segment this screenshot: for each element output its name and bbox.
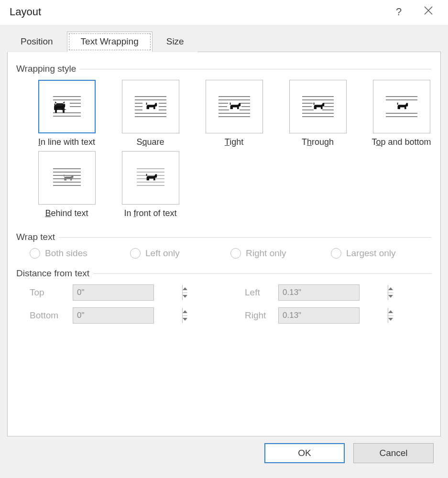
radio-left-only: Left only <box>130 248 230 259</box>
group-label: Distance from text <box>16 268 93 279</box>
top-bottom-icon <box>383 92 420 121</box>
svg-marker-66 <box>183 318 187 321</box>
radio-icon <box>331 248 341 259</box>
dialog-title: Layout <box>10 6 389 18</box>
style-option-inline[interactable]: In line with text <box>25 80 109 147</box>
group-label: Wrap text <box>16 232 59 242</box>
tab-text-wrapping[interactable]: Text Wrapping <box>67 32 153 52</box>
tab-panel: Wrapping style <box>7 52 441 436</box>
distance-grid: Top Left Bottom <box>30 284 432 324</box>
tab-size[interactable]: Size <box>153 32 198 52</box>
spinner-down <box>183 316 187 324</box>
svg-rect-30 <box>229 103 230 105</box>
style-option-through[interactable]: Through <box>276 80 360 147</box>
style-label: Through <box>276 137 360 147</box>
svg-marker-61 <box>183 287 187 290</box>
radio-icon <box>30 248 40 259</box>
style-swatch <box>206 80 263 133</box>
svg-rect-41 <box>313 103 314 105</box>
spinner-top-input <box>73 285 182 300</box>
group-label: Wrapping style <box>16 64 80 74</box>
group-wrapping-style: Wrapping style <box>16 64 432 74</box>
svg-marker-63 <box>388 287 393 290</box>
style-swatch <box>289 80 347 133</box>
svg-marker-67 <box>388 310 393 313</box>
layout-dialog: Layout ? Position Text Wrapping Size Wra… <box>0 0 448 478</box>
spinner-up <box>388 285 393 293</box>
svg-rect-19 <box>146 103 147 105</box>
through-icon <box>299 92 337 121</box>
radio-both-sides: Both sides <box>30 248 130 259</box>
svg-rect-46 <box>397 103 398 105</box>
style-label: Tight <box>192 137 276 147</box>
spinner-bottom-input <box>73 308 182 323</box>
label-left: Left <box>245 287 278 298</box>
svg-rect-60 <box>146 174 147 176</box>
dialog-body: Position Text Wrapping Size Wrapping sty… <box>0 25 448 478</box>
style-label: In line with text <box>25 137 109 147</box>
titlebar: Layout ? <box>0 0 448 25</box>
close-button[interactable] <box>418 6 438 18</box>
spinner-right <box>278 307 360 324</box>
tight-icon <box>216 92 253 121</box>
label-top: Top <box>30 287 73 298</box>
spinner-bottom <box>73 307 154 324</box>
style-option-front[interactable]: In front of text <box>109 151 192 218</box>
label-bottom: Bottom <box>30 310 73 321</box>
spinner-down <box>388 293 393 301</box>
behind-icon <box>48 163 86 193</box>
style-label: In front of text <box>109 208 192 218</box>
close-icon <box>424 6 433 15</box>
tabstrip: Position Text Wrapping Size <box>7 31 441 52</box>
spinner-up <box>183 285 187 293</box>
style-label: Square <box>109 137 192 147</box>
spinner-top <box>73 284 154 301</box>
spinner-down <box>388 316 393 324</box>
wrap-text-options: Both sides Left only Right only Largest … <box>30 248 432 259</box>
svg-marker-62 <box>183 295 187 298</box>
style-label: Behind text <box>25 208 109 218</box>
group-distance: Distance from text <box>16 268 432 279</box>
style-swatch <box>122 80 179 133</box>
radio-largest-only: Largest only <box>331 248 431 259</box>
front-icon <box>132 163 169 193</box>
radio-icon <box>230 248 241 259</box>
radio-right-only: Right only <box>230 248 331 259</box>
inline-icon <box>48 92 86 121</box>
style-option-tight[interactable]: Tight <box>192 80 276 147</box>
spinner-down <box>183 293 187 301</box>
style-option-square[interactable]: Square <box>109 80 192 147</box>
spinner-right-input <box>279 308 388 323</box>
spinner-up <box>183 308 187 316</box>
svg-marker-65 <box>183 310 187 313</box>
svg-marker-64 <box>388 295 393 298</box>
style-swatch <box>373 80 430 133</box>
cancel-button[interactable]: Cancel <box>353 443 434 463</box>
tab-position[interactable]: Position <box>7 32 67 52</box>
dialog-footer: OK Cancel <box>7 436 441 471</box>
help-button[interactable]: ? <box>389 6 409 18</box>
group-wrap-text: Wrap text <box>16 232 432 242</box>
style-swatch <box>122 151 179 205</box>
label-right: Right <box>245 310 278 321</box>
style-option-topbottom[interactable]: Top and bottom <box>360 80 443 147</box>
style-swatch <box>38 80 96 133</box>
ok-button[interactable]: OK <box>264 443 345 463</box>
spinner-up <box>388 308 393 316</box>
svg-rect-8 <box>54 104 55 106</box>
svg-marker-68 <box>388 318 393 321</box>
wrapping-style-grid: In line with text <box>25 80 432 218</box>
spinner-left <box>278 284 360 301</box>
radio-icon <box>130 248 141 259</box>
style-label: Top and bottom <box>360 137 443 147</box>
spinner-left-input <box>279 285 388 300</box>
square-icon <box>132 92 169 121</box>
style-option-behind[interactable]: Behind text <box>25 151 109 218</box>
style-swatch <box>38 151 96 205</box>
